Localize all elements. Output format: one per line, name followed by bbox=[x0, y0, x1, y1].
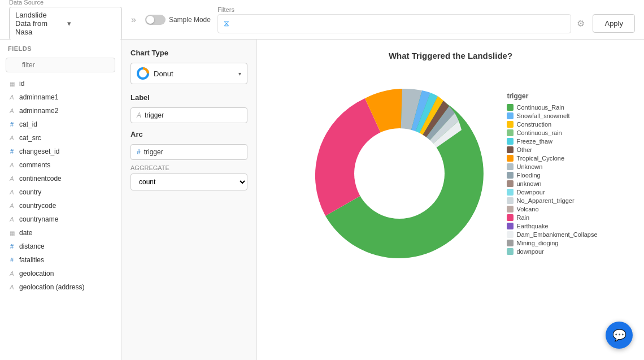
legend-item-label: Flooding bbox=[516, 172, 540, 179]
field-item-geolocation[interactable]: Ageolocation bbox=[0, 267, 121, 280]
chart-type-label: Chart Type bbox=[130, 49, 247, 57]
legend-item: Freeze_thaw bbox=[507, 138, 597, 145]
field-label: countryname bbox=[19, 215, 58, 223]
field-type-icon: A bbox=[8, 188, 16, 196]
label-field-value: trigger bbox=[145, 111, 164, 119]
field-item-cat_src[interactable]: Acat_src bbox=[0, 131, 121, 145]
label-field-box[interactable]: A trigger bbox=[130, 107, 247, 123]
legend-item: Downpour bbox=[507, 189, 597, 196]
field-label: changeset_id bbox=[19, 148, 59, 155]
filter-icon: ⧖ bbox=[224, 19, 229, 28]
gear-icon[interactable]: ⚙ bbox=[577, 18, 585, 29]
sidebar: FIELDS 🔍 ▦idAadminname1Aadminname2#cat_i… bbox=[0, 40, 121, 360]
pipe-arrow-icon: » bbox=[131, 15, 136, 25]
sample-mode-toggle[interactable] bbox=[145, 15, 166, 25]
field-item-countrycode[interactable]: Acountrycode bbox=[0, 199, 121, 212]
label-section-title: Label bbox=[130, 93, 247, 102]
legend-item: unknown bbox=[507, 180, 597, 187]
legend-item: downpour bbox=[507, 248, 597, 255]
legend-color-box bbox=[507, 163, 514, 170]
aggregate-select[interactable]: count bbox=[130, 174, 247, 190]
legend-item: Rain bbox=[507, 214, 597, 221]
field-item-continentcode[interactable]: Acontinentcode bbox=[0, 172, 121, 185]
field-item-changeset_id[interactable]: #changeset_id bbox=[0, 145, 121, 158]
chart-legend: trigger Continuous_RainSnowfall_snowmelt… bbox=[507, 92, 597, 255]
field-item-countryname[interactable]: Acountryname bbox=[0, 212, 121, 226]
legend-color-box bbox=[507, 206, 514, 212]
field-label: id bbox=[19, 80, 24, 88]
legend-item: Continuous_Rain bbox=[507, 104, 597, 111]
field-label: geolocation bbox=[19, 270, 54, 277]
chevron-down-icon: ▾ bbox=[67, 19, 116, 28]
field-type-icon: A bbox=[8, 175, 16, 183]
field-type-icon: # bbox=[8, 256, 16, 264]
filter-bar[interactable]: ⧖ bbox=[217, 14, 572, 33]
main-layout: FIELDS 🔍 ▦idAadminname1Aadminname2#cat_i… bbox=[0, 40, 644, 360]
sample-mode-label: Sample Mode bbox=[169, 16, 211, 24]
field-type-icon: ▦ bbox=[8, 80, 16, 88]
legend-item-label: Other bbox=[516, 146, 532, 153]
field-type-icon: # bbox=[8, 148, 16, 155]
field-item-date[interactable]: ▦date bbox=[0, 226, 121, 240]
arc-field-box[interactable]: # trigger bbox=[130, 144, 247, 160]
legend-item: No_Apparent_trigger bbox=[507, 197, 597, 204]
legend-item: Volcano bbox=[507, 206, 597, 212]
legend-color-box bbox=[507, 104, 514, 111]
chat-button[interactable]: 💬 bbox=[606, 322, 633, 349]
chart-type-value: Donut bbox=[154, 70, 230, 78]
legend-item: Mining_dioging bbox=[507, 240, 597, 246]
datasource-select[interactable]: Landslide Data from Nasa ▾ bbox=[9, 7, 122, 40]
field-item-country[interactable]: Acountry bbox=[0, 185, 121, 199]
chart-title: What Triggered the Landslide? bbox=[389, 51, 512, 60]
apply-button[interactable]: Apply bbox=[593, 14, 635, 33]
legend-color-box bbox=[507, 189, 514, 196]
legend-item: Continuous_rain bbox=[507, 129, 597, 136]
chart-chevron-icon: ▾ bbox=[238, 71, 241, 77]
legend-item-label: unknown bbox=[516, 180, 541, 187]
legend-color-box bbox=[507, 214, 514, 221]
legend-color-box bbox=[507, 129, 514, 136]
legend-title: trigger bbox=[507, 92, 597, 100]
field-item-adminname1[interactable]: Aadminname1 bbox=[0, 90, 121, 104]
legend-item-label: Continuous_Rain bbox=[516, 104, 564, 111]
legend-color-box bbox=[507, 172, 514, 179]
legend-item-label: Tropical_Cyclone bbox=[516, 155, 564, 162]
arc-field-type-icon: # bbox=[137, 148, 141, 156]
legend-item-label: Volcano bbox=[516, 206, 538, 212]
field-item-distance[interactable]: #distance bbox=[0, 240, 121, 253]
field-item-cat_id[interactable]: #cat_id bbox=[0, 118, 121, 131]
field-type-icon: ▦ bbox=[8, 229, 16, 237]
legend-item-label: Downpour bbox=[516, 189, 545, 196]
field-item-fatalities[interactable]: #fatalities bbox=[0, 253, 121, 267]
legend-item: Flooding bbox=[507, 172, 597, 179]
chart-type-select[interactable]: Donut ▾ bbox=[130, 63, 247, 84]
datasource-value: Landslide Data from Nasa bbox=[15, 11, 64, 36]
legend-item-label: Dam_Embankment_Collapse bbox=[516, 231, 597, 238]
legend-item-label: Continuous_rain bbox=[516, 129, 562, 136]
field-label: continentcode bbox=[19, 175, 62, 183]
label-section: Label A trigger bbox=[130, 93, 247, 123]
legend-item-label: Construction bbox=[516, 121, 551, 128]
filters-label: Filters bbox=[217, 6, 635, 13]
field-item-geolocation_(address)[interactable]: Ageolocation (address) bbox=[0, 280, 121, 294]
field-type-icon: # bbox=[8, 242, 16, 250]
search-input[interactable] bbox=[6, 58, 115, 72]
legend-item: Dam_Embankment_Collapse bbox=[507, 231, 597, 238]
legend-color-box bbox=[507, 248, 514, 255]
field-item-comments[interactable]: Acomments bbox=[0, 158, 121, 172]
field-label: adminname2 bbox=[19, 107, 58, 115]
center-panel: Chart Type Donut ▾ Label A trigger Arc #… bbox=[121, 40, 257, 360]
legend-item-label: Snowfall_snowmelt bbox=[516, 112, 569, 119]
field-label: distance bbox=[19, 242, 45, 250]
legend-item: Other bbox=[507, 146, 597, 153]
legend-item-label: Unknown bbox=[516, 163, 542, 170]
legend-color-box bbox=[507, 112, 514, 119]
field-label: cat_id bbox=[19, 120, 37, 128]
filters-section: Filters ⧖ ⚙ Apply bbox=[217, 6, 635, 33]
field-label: country bbox=[19, 188, 41, 196]
field-type-icon: A bbox=[8, 283, 16, 291]
field-item-id[interactable]: ▦id bbox=[0, 77, 121, 90]
field-item-adminname2[interactable]: Aadminname2 bbox=[0, 104, 121, 118]
aggregate-label: AGGREGATE bbox=[130, 164, 247, 171]
arc-section-title: Arc bbox=[130, 130, 247, 138]
